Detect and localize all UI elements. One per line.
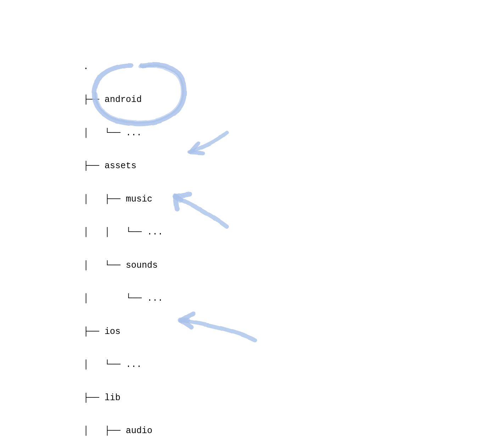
tree-line: │ ├── music [83,194,259,205]
tree-line: ├── assets [83,160,259,171]
tree-line: │ └── ... [83,127,259,138]
tree-line: │ └── ... [83,359,259,370]
tree-line: ├── lib [83,392,259,403]
tree-line: │ ├── audio [83,425,259,436]
tree-line: │ └── sounds [83,260,259,271]
tree-line: ├── android [83,94,259,105]
tree-line: │ └── ... [83,293,259,304]
tree-line: . [83,61,259,72]
tree-line: ├── ios [83,326,259,337]
directory-tree: . ├── android │ └── ... ├── assets │ ├──… [83,39,259,448]
tree-line: │ │ └── ... [83,227,259,238]
